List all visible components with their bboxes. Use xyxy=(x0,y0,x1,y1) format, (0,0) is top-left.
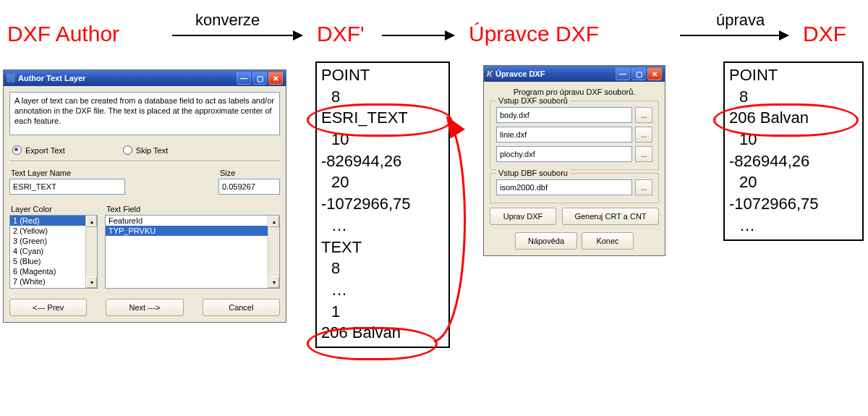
prev-button[interactable]: <--- Prev xyxy=(9,299,87,316)
text-layer-name-input[interactable]: ESRI_TEXT xyxy=(9,179,125,195)
uprav-dxf-button[interactable]: Uprav DXF xyxy=(490,208,556,225)
scroll-up-icon[interactable]: ▴ xyxy=(86,216,97,227)
author-titlebar-icon xyxy=(7,74,15,82)
list-item[interactable]: 6 (Magenta) xyxy=(10,266,97,276)
close-dialog-button[interactable]: Konec xyxy=(582,232,634,250)
dxf-line-206-balvan-out: 206 Balvan xyxy=(729,107,858,129)
scrollbar[interactable]: ▴ ▾ xyxy=(268,216,279,288)
export-text-label: Export Text xyxy=(25,146,65,155)
dxf-line: … xyxy=(729,215,858,237)
dxf-line: POINT xyxy=(321,64,444,86)
skip-text-label: Skip Text xyxy=(136,146,168,155)
text-field-list[interactable]: FeatureId TYP_PRVKU ▴ ▾ xyxy=(105,215,280,289)
maximize-button[interactable]: ▢ xyxy=(252,72,267,85)
list-item[interactable]: 1 (Red) xyxy=(10,216,97,226)
browse-button[interactable]: ... xyxy=(635,146,652,162)
dxf-line: 1 xyxy=(321,301,444,323)
arrow-uprava xyxy=(680,35,788,36)
arrow-uprava-label: úprava xyxy=(716,11,765,30)
upravce-app-icon: K xyxy=(487,69,493,78)
list-item[interactable]: FeatureId xyxy=(106,216,279,226)
author-description: A layer of text can be created from a da… xyxy=(9,92,280,135)
author-dialog: Author Text Layer — ▢ ✕ A layer of text … xyxy=(3,69,286,323)
node-dxf-prime: DXF' xyxy=(317,22,365,46)
close-button[interactable]: ✕ xyxy=(647,67,662,80)
minimize-button[interactable]: — xyxy=(237,72,251,85)
list-item[interactable]: 5 (Blue) xyxy=(10,256,97,266)
dxf-file-input[interactable]: body.dxf xyxy=(496,107,632,123)
radio-icon xyxy=(123,145,132,155)
dxf-line: POINT xyxy=(729,64,858,86)
text-layer-name-label: Text Layer Name xyxy=(11,169,210,177)
dxf-file-input[interactable]: linie.dxf xyxy=(496,127,632,143)
group-dbf-label: Vstup DBF souboru xyxy=(496,169,570,177)
dxf-line: TEXT xyxy=(321,237,444,258)
node-dxf-author: DXF Author xyxy=(7,22,119,46)
radio-icon xyxy=(12,145,22,155)
scroll-up-icon[interactable]: ▴ xyxy=(268,216,279,227)
cancel-button[interactable]: Cancel xyxy=(203,299,280,316)
dxf-line: 10 xyxy=(729,129,858,150)
scroll-down-icon[interactable]: ▾ xyxy=(86,276,97,288)
list-item[interactable]: 4 (Cyan) xyxy=(10,246,97,256)
upravce-title: Úpravce DXF xyxy=(495,69,614,78)
dxf-line: 20 xyxy=(729,171,858,193)
dbf-file-input[interactable]: isom2000.dbf xyxy=(496,179,632,195)
scroll-down-icon[interactable]: ▾ xyxy=(268,276,279,288)
browse-button[interactable]: ... xyxy=(635,107,652,123)
author-title: Author Text Layer xyxy=(18,74,235,82)
dxf-out-content: POINT 8 206 Balvan 10 -826944,26 20 -107… xyxy=(723,61,864,241)
text-field-label: Text Field xyxy=(106,205,280,213)
size-input[interactable]: 0.059267 xyxy=(218,179,280,195)
upravce-subtitle: Program pro úpravu DXF souborů. xyxy=(490,88,659,96)
dxf-line: -826944,26 xyxy=(729,150,858,172)
dxf-line-esri-text: ESRI_TEXT xyxy=(321,107,444,129)
dxf-line: -1072966,75 xyxy=(321,193,444,215)
generuj-crt-cnt-button[interactable]: Generuj CRT a CNT xyxy=(562,208,659,225)
maximize-button[interactable]: ▢ xyxy=(631,67,646,80)
upravce-dialog: K Úpravce DXF — ▢ ✕ Program pro úpravu D… xyxy=(483,65,665,256)
list-item[interactable]: TYP_PRVKU xyxy=(106,226,279,236)
dxf-line: 8 xyxy=(321,258,444,279)
group-dxf-input: Vstup DXF souborů body.dxf ... linie.dxf… xyxy=(490,101,659,170)
export-text-radio[interactable]: Export Text xyxy=(12,145,65,155)
browse-button[interactable]: ... xyxy=(635,179,652,195)
help-button[interactable]: Nápověda xyxy=(515,232,577,250)
dxf-line: 8 xyxy=(321,86,444,108)
skip-text-radio[interactable]: Skip Text xyxy=(123,145,168,155)
arrow-konverze xyxy=(172,35,302,36)
arrow-to-upravce xyxy=(382,35,454,36)
dxf-line: -826944,26 xyxy=(321,150,444,172)
close-button[interactable]: ✕ xyxy=(268,72,283,85)
layer-color-list[interactable]: 1 (Red) 2 (Yellow) 3 (Green) 4 (Cyan) 5 … xyxy=(9,215,98,289)
node-upravce-dxf: Úpravce DXF xyxy=(469,22,599,46)
group-dxf-label: Vstup DXF souborů xyxy=(496,96,570,105)
list-item[interactable]: 2 (Yellow) xyxy=(10,226,97,236)
dxf-line: … xyxy=(321,279,444,301)
dxf-line: … xyxy=(321,215,444,237)
scrollbar[interactable]: ▴ ▾ xyxy=(85,216,97,288)
upravce-titlebar[interactable]: K Úpravce DXF — ▢ ✕ xyxy=(484,66,665,82)
dxf-file-input[interactable]: plochy.dxf xyxy=(496,146,632,162)
dxf-line: 8 xyxy=(729,86,858,108)
next-button[interactable]: Next ---> xyxy=(106,299,183,316)
dxf-line: -1072966,75 xyxy=(729,193,858,215)
group-dbf-input: Vstup DBF souboru isom2000.dbf ... xyxy=(490,173,659,203)
arrow-konverze-label: konverze xyxy=(195,11,260,30)
dxf-line: 10 xyxy=(321,129,444,150)
dxf-line: 20 xyxy=(321,171,444,193)
list-item[interactable]: 7 (White) xyxy=(10,276,97,286)
node-dxf-out: DXF xyxy=(803,22,846,46)
dxf-line-206-balvan: 206 Balvan xyxy=(321,322,444,344)
dxf-prime-content: POINT 8 ESRI_TEXT 10 -826944,26 20 -1072… xyxy=(315,61,450,348)
list-item[interactable]: 3 (Green) xyxy=(10,236,97,246)
browse-button[interactable]: ... xyxy=(635,127,652,143)
size-label: Size xyxy=(220,169,280,177)
layer-color-label: Layer Color xyxy=(11,205,96,213)
minimize-button[interactable]: — xyxy=(616,67,630,80)
author-titlebar[interactable]: Author Text Layer — ▢ ✕ xyxy=(4,70,286,86)
